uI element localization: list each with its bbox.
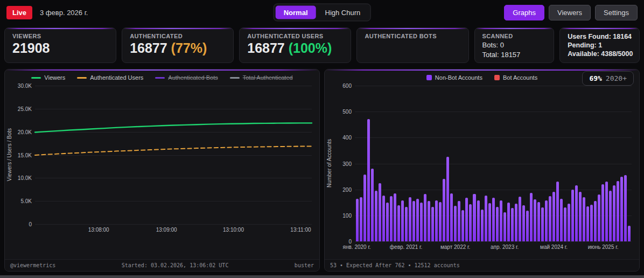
- legend-label: Authenticated Users: [90, 74, 143, 81]
- y-tick-label: 100: [342, 212, 352, 218]
- settings-tab-button[interactable]: Settings: [595, 5, 638, 20]
- x-tick-label: февр. 2021 г.: [390, 244, 422, 250]
- account-month-bar: [571, 190, 574, 241]
- bar-chart-body: Number of Accounts 0100200300400500600: [325, 86, 639, 241]
- account-month-bar: [598, 194, 600, 241]
- account-month-bar: [488, 203, 491, 241]
- legend-line-swatch: [230, 77, 240, 79]
- account-month-bar: [579, 192, 582, 241]
- x-tick-label: июнь 2025 г.: [588, 244, 619, 250]
- account-month-bar: [390, 196, 393, 241]
- series-line-authenticated-users: [35, 146, 312, 155]
- line-chart-y-axis-label: Viewers / Users / Bots: [5, 86, 13, 224]
- account-month-bar: [446, 157, 449, 241]
- gridline: [35, 224, 312, 225]
- y-tick-label: 400: [342, 135, 352, 141]
- account-month-bar: [394, 193, 396, 241]
- legend-line-swatch: [31, 77, 41, 79]
- bar-chart-spacer: [325, 253, 639, 259]
- account-month-bar: [367, 119, 370, 241]
- scanned-label: SCANNED: [482, 33, 547, 39]
- y-tick-label: 0: [29, 221, 32, 227]
- authenticated-percent: (77%): [171, 40, 207, 55]
- account-month-bar: [590, 205, 593, 241]
- mode-toggle: Normal High Churn: [274, 4, 371, 22]
- account-month-bar: [541, 207, 544, 241]
- y-tick-label: 0: [348, 239, 352, 245]
- account-month-bar: [496, 207, 499, 241]
- account-month-bar: [515, 204, 517, 241]
- graphs-tab-button[interactable]: Graphs: [504, 5, 544, 20]
- legend-item-authenticated-bots[interactable]: Authenticated Bots: [155, 74, 218, 81]
- scan-progress-summary: 53 • Expected After 762 • 12512 accounts: [330, 262, 460, 268]
- account-month-bar: [458, 201, 460, 241]
- account-month-bar: [439, 202, 442, 241]
- line-chart-x-ticks: 13:08:0013:09:0013:10:0013:11:00: [35, 225, 312, 236]
- authenticated-users-value: 16877 (100%): [247, 41, 343, 56]
- account-month-bar: [503, 212, 506, 241]
- account-month-bar: [583, 197, 585, 241]
- legend-item-non-bot-accounts[interactable]: Non-Bot Accounts: [426, 74, 482, 81]
- account-month-bar: [382, 196, 385, 241]
- x-tick-label: янв. 2020 г.: [343, 244, 371, 250]
- bottom-edge-strip: [0, 275, 644, 278]
- account-month-bar: [552, 192, 555, 241]
- y-tick-label: 500: [342, 109, 352, 115]
- account-month-bar: [620, 177, 623, 241]
- account-month-bar: [469, 204, 472, 241]
- account-month-bar: [412, 201, 415, 241]
- account-month-bar: [405, 207, 408, 241]
- account-month-bar: [545, 200, 548, 241]
- account-month-bar: [575, 185, 578, 241]
- bar-chart-y-axis-label: Number of Accounts: [325, 86, 333, 241]
- account-month-bar: [428, 201, 430, 241]
- live-badge: Live: [6, 6, 32, 19]
- accounts-bar-chart-card: Non-Bot AccountsBot Accounts 69%2020+ Nu…: [324, 69, 640, 272]
- accounts-2020-badge: 69%2020+: [582, 71, 634, 86]
- legend-label: Non-Bot Accounts: [435, 74, 482, 81]
- y-tick-label: 10.0K: [18, 175, 32, 181]
- account-month-bar: [560, 199, 563, 241]
- account-month-bar: [477, 200, 480, 241]
- bar-chart-legend: Non-Bot AccountsBot Accounts: [426, 74, 537, 81]
- y-tick-label: 200: [342, 186, 352, 192]
- x-tick-label: 13:10:00: [223, 227, 244, 233]
- bar-chart-legend-row: Non-Bot AccountsBot Accounts 69%2020+: [325, 70, 639, 86]
- account-month-bar: [605, 182, 608, 241]
- legend-item-total-authenticated[interactable]: Total Authenticated: [230, 74, 293, 81]
- bar-chart-x-ticks: янв. 2020 г.февр. 2021 г.март 2022 г.апр…: [355, 242, 632, 253]
- scanned-bots-line: Bots: 0: [482, 41, 547, 49]
- account-month-bar: [624, 175, 627, 241]
- mode-normal-button[interactable]: Normal: [276, 6, 316, 19]
- legend-item-bot-accounts[interactable]: Bot Accounts: [494, 74, 537, 81]
- account-month-bar: [375, 191, 377, 241]
- account-month-bar: [601, 184, 604, 241]
- gridline: [355, 241, 632, 242]
- charts-row: ViewersAuthenticated UsersAuthenticated …: [0, 69, 644, 272]
- current-date: 3 февр. 2026 г.: [40, 9, 88, 17]
- authenticated-value: 16877 (77%): [130, 41, 226, 56]
- viewers-value: 21908: [12, 41, 108, 56]
- viewers-tab-button[interactable]: Viewers: [549, 5, 591, 20]
- y-tick-label: 300: [342, 161, 352, 166]
- mode-high-churn-button[interactable]: High Churn: [317, 6, 369, 19]
- account-month-bar: [435, 200, 438, 241]
- account-month-bar: [594, 201, 597, 241]
- legend-item-viewers[interactable]: Viewers: [31, 74, 65, 81]
- account-month-bar: [431, 207, 434, 241]
- pending-line: Pending: 1: [568, 41, 632, 49]
- account-month-bar: [401, 200, 404, 241]
- channel-name: buster: [295, 262, 314, 268]
- line-chart-plot: [35, 86, 312, 224]
- account-month-bar: [628, 226, 631, 241]
- quota-stat-card: Users Found: 18164 Pending: 1 Available:…: [559, 27, 640, 63]
- account-month-bar: [564, 207, 566, 241]
- authenticated-label: AUTHENTICATED: [130, 33, 226, 39]
- account-month-bar: [379, 183, 381, 241]
- account-month-bar: [450, 193, 453, 241]
- y-tick-label: 600: [342, 83, 352, 89]
- stats-cards-row: VIEWERS 21908 AUTHENTICATED 16877 (77%) …: [0, 25, 644, 69]
- legend-item-authenticated-users[interactable]: Authenticated Users: [77, 74, 143, 81]
- account-month-bar: [617, 181, 619, 241]
- watermark-handle: @viewermetrics: [10, 262, 55, 268]
